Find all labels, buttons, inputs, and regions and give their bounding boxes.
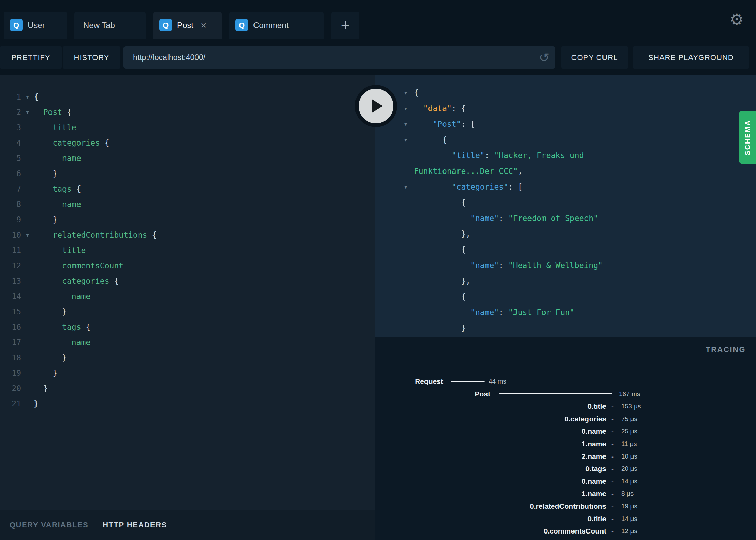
code-token	[414, 245, 461, 254]
tab-bar: Q User New Tab Q Post × Q Comment + ⚙	[0, 0, 756, 39]
query-line[interactable]: 17 name	[0, 335, 375, 350]
query-line[interactable]: 12 commentsCount	[0, 258, 375, 273]
toolbar: PRETTIFY HISTORY ↺ COPY CURL SHARE PLAYG…	[0, 39, 756, 75]
query-line[interactable]: 14 name	[0, 289, 375, 304]
trace-time: 153 μs	[621, 400, 641, 412]
response-code-text: {	[414, 132, 447, 148]
query-code-text: categories {	[34, 273, 119, 289]
fold-spacer	[404, 257, 414, 273]
trace-dash: -	[611, 462, 614, 475]
query-line[interactable]: 18 }	[0, 350, 375, 365]
fold-arrow-icon[interactable]: ▾	[21, 227, 34, 243]
settings-gear-icon[interactable]: ⚙	[730, 10, 744, 29]
query-code-text: title	[34, 120, 76, 135]
line-number: 11	[0, 243, 21, 258]
tab-post[interactable]: Q Post ×	[153, 12, 222, 39]
response-code-text: Funktionäre...Der CCC",	[414, 163, 523, 179]
query-line[interactable]: 10▾ relatedContributions {	[0, 227, 375, 243]
trace-row: 0.name-14 μs	[375, 475, 756, 487]
code-token: }	[53, 215, 57, 224]
code-token	[34, 353, 62, 362]
close-tab-icon[interactable]: ×	[201, 20, 207, 30]
trace-row: 0.title-153 μs	[375, 400, 756, 412]
query-line[interactable]: 15 }	[0, 304, 375, 319]
add-tab-button[interactable]: +	[331, 12, 359, 39]
query-line[interactable]: 21}	[0, 396, 375, 411]
fold-arrow-icon[interactable]: ▾	[404, 101, 414, 116]
query-line[interactable]: 11 title	[0, 243, 375, 258]
fold-spacer	[21, 212, 34, 227]
response-line: },	[375, 226, 756, 242]
prettify-button[interactable]: PRETTIFY	[0, 46, 62, 69]
fold-arrow-icon[interactable]: ▾	[404, 116, 414, 132]
response-code-text: "categories": [	[414, 179, 523, 195]
code-token: {	[110, 276, 119, 285]
query-line[interactable]: 9 }	[0, 212, 375, 227]
fold-arrow-icon[interactable]: ▾	[404, 85, 414, 101]
code-token: "name"	[470, 261, 499, 270]
query-line[interactable]: 1▾{	[0, 89, 375, 105]
query-line[interactable]: 13 categories {	[0, 273, 375, 289]
fold-spacer	[404, 320, 414, 336]
response-line: "name": "Freedom of Speech"	[375, 210, 756, 226]
tab-label: New Tab	[83, 20, 115, 30]
trace-row: 0.relatedContributions-19 μs	[375, 500, 756, 512]
tab-user[interactable]: Q User	[4, 12, 67, 39]
url-input[interactable]	[123, 53, 539, 62]
fold-spacer	[404, 242, 414, 257]
response-viewer-panel[interactable]: ▾{▾ "data": {▾ "Post": [▾ { "title": "Ha…	[375, 75, 756, 337]
tracing-rows: Request44 msPost167 ms0.title-153 μs0.ca…	[375, 375, 756, 540]
trace-row: 0.categories-75 μs	[375, 412, 756, 425]
query-editor-panel[interactable]: 1▾{2▾ Post {3 title4 categories {5 name6…	[0, 75, 375, 540]
response-line: "name": "Health & Wellbeing"	[375, 257, 756, 273]
schema-side-tab[interactable]: SCHEMA	[739, 111, 756, 164]
fold-arrow-icon[interactable]: ▾	[21, 89, 34, 105]
code-token: :	[499, 214, 508, 223]
fold-spacer	[21, 319, 34, 335]
code-token	[414, 135, 442, 144]
http-headers-tab[interactable]: HTTP HEADERS	[103, 521, 167, 529]
response-line: }	[375, 320, 756, 336]
trace-span-label: 0.name	[375, 475, 606, 487]
copy-curl-button[interactable]: COPY CURL	[561, 46, 628, 69]
share-playground-button[interactable]: SHARE PLAYGROUND	[633, 46, 749, 69]
query-line[interactable]: 2▾ Post {	[0, 105, 375, 120]
query-line[interactable]: 6 }	[0, 166, 375, 181]
query-line[interactable]: 8 name	[0, 197, 375, 212]
trace-span-label: 0.commentsCount	[375, 525, 606, 537]
plus-icon: +	[341, 17, 350, 33]
execute-query-button[interactable]	[355, 85, 397, 127]
tab-strip: Q User New Tab Q Post × Q Comment +	[4, 12, 359, 39]
query-line[interactable]: 19 }	[0, 365, 375, 381]
query-line[interactable]: 3 title	[0, 120, 375, 135]
trace-time: 20 μs	[621, 462, 637, 475]
query-line[interactable]: 4 categories {	[0, 135, 375, 151]
query-line[interactable]: 20 }	[0, 381, 375, 396]
code-token: name	[72, 292, 90, 301]
fold-arrow-icon[interactable]: ▾	[404, 179, 414, 195]
trace-time: 11 μs	[621, 437, 637, 450]
trace-time: 14 μs	[621, 475, 637, 487]
fold-arrow-icon[interactable]: ▾	[404, 132, 414, 148]
tab-new-tab[interactable]: New Tab	[74, 12, 146, 39]
history-button[interactable]: HISTORY	[63, 46, 120, 69]
line-number: 18	[0, 350, 21, 365]
code-token: ,	[518, 167, 523, 176]
code-token	[34, 184, 53, 193]
code-token	[414, 104, 423, 113]
tab-comment[interactable]: Q Comment	[229, 12, 324, 39]
trace-dash: -	[611, 450, 614, 463]
trace-row: 2.name-10 μs	[375, 450, 756, 463]
query-variables-tab[interactable]: QUERY VARIABLES	[10, 521, 88, 529]
query-line[interactable]: 16 tags {	[0, 319, 375, 335]
code-token	[34, 292, 72, 301]
tracing-panel: TRACING Request44 msPost167 ms0.title-15…	[375, 337, 756, 540]
reload-icon[interactable]: ↺	[539, 50, 555, 64]
code-token: {	[461, 198, 466, 207]
query-line[interactable]: 5 name	[0, 151, 375, 166]
fold-arrow-icon[interactable]: ▾	[21, 105, 34, 120]
code-token: {	[100, 138, 110, 147]
query-line[interactable]: 7 tags {	[0, 181, 375, 197]
tracing-toggle[interactable]: TRACING	[706, 345, 746, 354]
code-token: : {	[452, 104, 466, 113]
